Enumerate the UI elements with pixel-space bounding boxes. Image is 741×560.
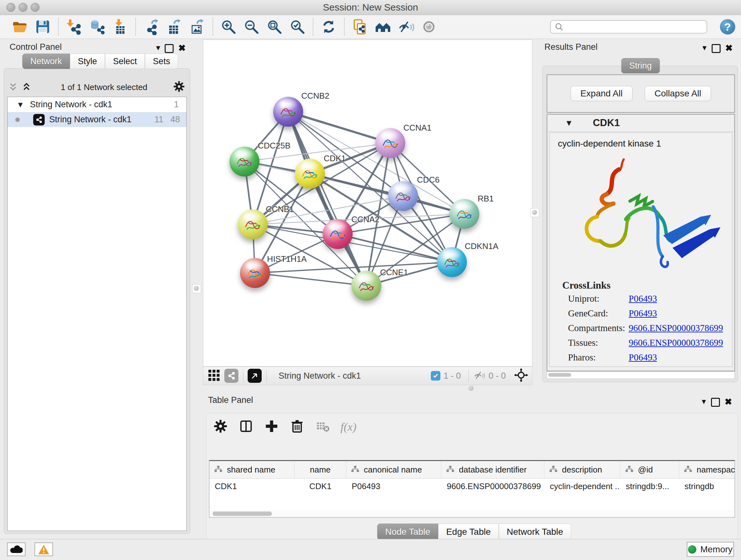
select-columns-icon[interactable]: [239, 419, 254, 435]
table-cell[interactable]: cyclin-dependent ...: [544, 479, 620, 494]
float-panel-button[interactable]: ▾: [702, 396, 706, 407]
table-cell[interactable]: P06493: [346, 479, 441, 494]
expand-all-button[interactable]: Expand All: [570, 86, 632, 101]
bottom-splitter-handle[interactable]: [468, 386, 474, 391]
network-node-CDC25B[interactable]: [229, 146, 259, 177]
column-header--id[interactable]: @id: [620, 461, 679, 478]
column-header-shared-name[interactable]: shared name: [209, 461, 294, 478]
table-cell[interactable]: stringdb: [679, 479, 735, 494]
network-node-HIST1H1A[interactable]: [240, 258, 270, 288]
export-table-icon[interactable]: [165, 18, 183, 36]
zoom-out-icon[interactable]: [243, 18, 260, 36]
network-node-CCNE1[interactable]: [351, 271, 381, 301]
maximize-panel-button[interactable]: [165, 44, 174, 53]
help-button[interactable]: ?: [720, 19, 735, 35]
show-all-icon[interactable]: [420, 18, 437, 36]
fit-selected-crosshair-icon[interactable]: [514, 368, 528, 383]
refresh-view-icon[interactable]: [320, 18, 337, 36]
collapse-all-icon[interactable]: [9, 82, 17, 92]
column-header-description[interactable]: description: [544, 461, 620, 478]
show-grid-icon[interactable]: [207, 368, 220, 383]
table-cell[interactable]: CDK1: [209, 479, 294, 494]
network-node-CCNA2[interactable]: [323, 219, 353, 249]
maximize-panel-button[interactable]: [712, 44, 721, 53]
network-node-CDKN1A[interactable]: [437, 247, 467, 277]
collapse-all-button[interactable]: Collapse All: [645, 86, 711, 101]
tab-network-table[interactable]: Network Table: [499, 523, 571, 540]
table-options-gear-icon[interactable]: [213, 419, 228, 435]
network-share-view-icon[interactable]: [224, 369, 239, 383]
search-input[interactable]: [563, 22, 703, 32]
tab-network[interactable]: Network: [22, 54, 70, 69]
import-network-from-database-icon[interactable]: [88, 18, 106, 36]
table-horizontal-scrollbar[interactable]: [209, 510, 735, 517]
close-window-button[interactable]: [6, 3, 15, 12]
add-column-icon[interactable]: [264, 419, 279, 435]
close-panel-button[interactable]: ✖: [725, 43, 733, 53]
expand-all-icon[interactable]: [22, 82, 31, 92]
table-row[interactable]: CDK1CDK1P064939606.ENSP00000378699cyclin…: [209, 479, 735, 494]
node-table[interactable]: shared namenamecanonical namedatabase id…: [209, 460, 735, 517]
export-network-icon[interactable]: [143, 18, 160, 36]
network-node-CCNA1[interactable]: [375, 128, 405, 158]
left-splitter-handle[interactable]: [192, 284, 201, 293]
maximize-window-button[interactable]: [30, 3, 40, 12]
minimize-window-button[interactable]: [18, 3, 27, 12]
section-collapse-icon[interactable]: ▼: [565, 118, 573, 128]
protein-section-header[interactable]: ▼ CDK1: [547, 115, 734, 132]
tab-node-table[interactable]: Node Table: [377, 523, 438, 540]
close-panel-button[interactable]: ✖: [725, 396, 732, 407]
column-header-canonical-name[interactable]: canonical name: [346, 461, 441, 478]
hide-selected-icon[interactable]: [397, 18, 414, 36]
network-row[interactable]: String Network - cdk1 11 48: [8, 112, 186, 127]
table-cell[interactable]: 9606.ENSP00000378699: [441, 479, 544, 494]
network-node-CDC6[interactable]: [388, 181, 418, 211]
birdseye-view-icon[interactable]: [248, 369, 262, 383]
save-session-icon[interactable]: [34, 18, 51, 36]
network-view-canvas[interactable]: CCNB2CCNA1CDC25BCDK1CDC6RB1CCNB1CCNA2CDK…: [203, 40, 532, 367]
crosslink-link[interactable]: P06493: [629, 350, 732, 365]
tab-select[interactable]: Select: [105, 54, 145, 69]
clone-network-icon[interactable]: [351, 18, 368, 36]
network-node-CCNB2[interactable]: [273, 97, 303, 127]
first-neighbors-icon[interactable]: [374, 18, 392, 36]
import-table-from-file-icon[interactable]: [111, 18, 129, 36]
maximize-panel-button[interactable]: [711, 398, 720, 407]
network-edge-HIST1H1A-CCNE1[interactable]: [255, 273, 366, 286]
crosslink-link[interactable]: 9606.ENSP00000378699: [629, 335, 732, 350]
crosslink-link[interactable]: P06493: [629, 306, 732, 320]
open-session-icon[interactable]: [11, 18, 28, 36]
tab-sets[interactable]: Sets: [145, 54, 178, 69]
table-cell[interactable]: CDK1: [294, 479, 346, 494]
float-panel-button[interactable]: ▾: [156, 43, 160, 53]
column-header-name[interactable]: name: [294, 461, 346, 478]
network-node-CDK1[interactable]: [295, 159, 325, 189]
crosslink-link[interactable]: 9606.ENSP00000378699: [629, 320, 732, 335]
zoom-fit-content-icon[interactable]: [266, 18, 283, 36]
collection-expand-icon[interactable]: ▼: [17, 100, 24, 109]
network-node-CCNB1[interactable]: [238, 209, 268, 240]
right-splitter-handle[interactable]: [530, 208, 539, 217]
zoom-in-icon[interactable]: [220, 18, 237, 36]
export-image-icon[interactable]: [189, 18, 206, 36]
network-options-gear-icon[interactable]: [173, 80, 185, 94]
results-horizontal-scrollbar[interactable]: [547, 371, 735, 379]
search-box[interactable]: [550, 20, 707, 34]
crosslink-link[interactable]: P06493: [629, 291, 732, 306]
zoom-selected-icon[interactable]: [289, 18, 306, 36]
warnings-button[interactable]: [35, 543, 53, 556]
delete-column-icon[interactable]: [289, 419, 305, 435]
table-cell[interactable]: stringdb:9...: [620, 479, 679, 494]
column-header-namespace[interactable]: namespace: [679, 461, 735, 478]
network-edge-CCNB2-CCNA1[interactable]: [288, 112, 390, 143]
network-node-RB1[interactable]: [449, 199, 479, 229]
cloud-status-button[interactable]: [7, 543, 25, 556]
tab-style[interactable]: Style: [70, 54, 105, 69]
import-network-from-file-icon[interactable]: [65, 18, 83, 36]
float-panel-button[interactable]: ▾: [702, 43, 706, 53]
network-collection-row[interactable]: ▼ String Network - cdk1 1: [8, 97, 186, 112]
tab-edge-table[interactable]: Edge Table: [438, 523, 499, 540]
tab-string[interactable]: String: [621, 58, 660, 73]
selected-checkbox-icon[interactable]: [431, 371, 441, 381]
column-header-database-identifier[interactable]: database identifier: [441, 461, 544, 478]
